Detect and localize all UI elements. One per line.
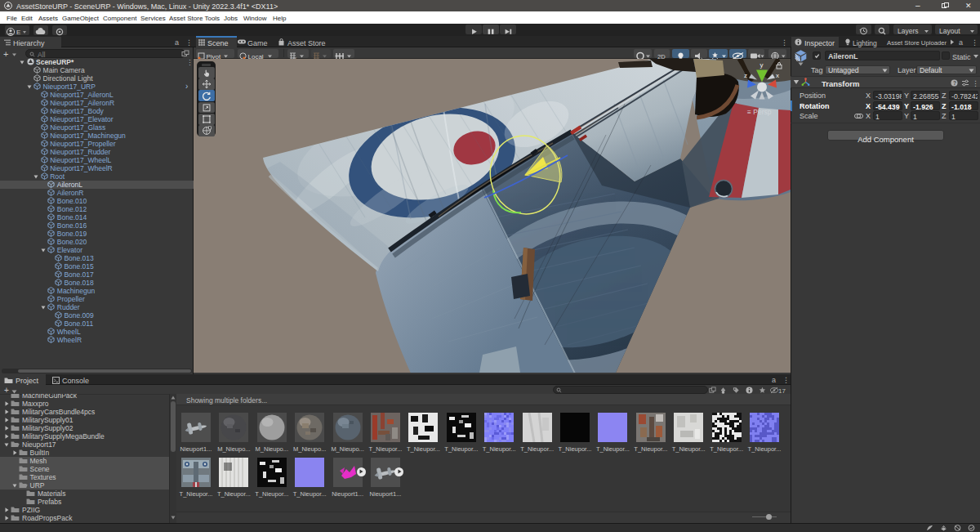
svg-text:x: x: [776, 72, 779, 79]
svg-text:Layers: Layers: [898, 27, 919, 35]
svg-text:≡ Persp: ≡ Persp: [747, 108, 772, 116]
svg-text:?: ?: [953, 79, 956, 85]
svg-text:E: E: [16, 29, 20, 36]
svg-text:y: y: [760, 61, 764, 69]
svg-text:z: z: [744, 72, 747, 79]
svg-text:Layout: Layout: [939, 27, 960, 35]
